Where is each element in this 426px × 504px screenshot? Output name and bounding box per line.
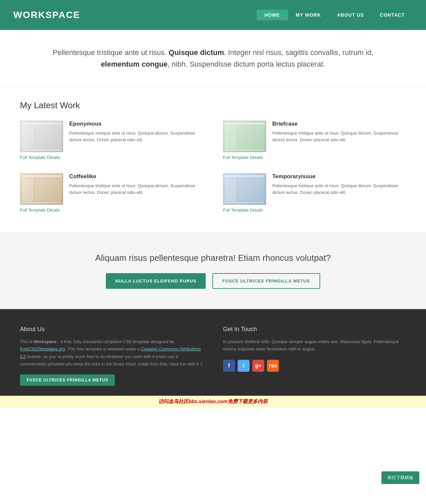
work-link[interactable]: Full Template Details	[20, 208, 203, 213]
header: WORKSPACE HOME MY WORK ABOUT US CONTACT	[0, 0, 426, 30]
footer-contact-text: In posuere eleifend odio. Quisque semper…	[223, 338, 406, 353]
hero-bold2: elementum congue	[101, 60, 167, 68]
hero-text-after2: , nibh. Suspendisse dictum porta lectus …	[168, 60, 325, 68]
work-description: Pellentesque tristique ante ut risus. Qu…	[272, 183, 406, 196]
work-description: Pellentesque tristique ante ut risus. Qu…	[69, 183, 203, 196]
footer-about-mid2: . This free template is released under a	[65, 346, 141, 351]
footer-contact-heading: Get In Touch	[223, 326, 406, 333]
footer-about-btn[interactable]: FUSCE ULTRICES FRINGILLA METUS	[20, 374, 115, 386]
work-link[interactable]: Full Template Details	[20, 155, 203, 160]
work-description: Pellentesque tristique ante ut risus. Qu…	[272, 130, 406, 143]
work-thumbnail	[20, 173, 63, 205]
logo: WORKSPACE	[13, 10, 80, 20]
work-grid: Eponymous Pellentesque tristique ante ut…	[20, 121, 406, 213]
cta-btn-1[interactable]: NULLA LUCTUS ELEIFEND PURUS	[106, 273, 206, 289]
work-item-top: Eponymous Pellentesque tristique ante ut…	[20, 121, 203, 152]
footer-about: About Us This is Workspace , a free, ful…	[20, 326, 203, 385]
social-rss[interactable]: rss	[267, 360, 279, 372]
work-title: Eponymous	[69, 121, 203, 127]
footer-about-prefix: This is	[20, 339, 34, 344]
cta-btn-2[interactable]: FUSCE ULTRICES FRINGILLA METUS	[212, 273, 320, 289]
social-facebook[interactable]: f	[223, 360, 235, 372]
work-item: Coffeelike Pellentesque tristique ante u…	[20, 173, 203, 213]
work-info: Briefcase Pellentesque tristique ante ut…	[272, 121, 406, 143]
footer-contact: Get In Touch In posuere eleifend odio. Q…	[223, 326, 406, 385]
cta-buttons: NULLA LUCTUS ELEIFEND PURUS FUSCE ULTRIC…	[27, 273, 399, 289]
footer-link1[interactable]: FreeCSSTemplates.org	[20, 346, 65, 351]
nav-item-mywork[interactable]: MY WORK	[288, 10, 329, 20]
footer: About Us This is Workspace , a free, ful…	[0, 309, 426, 395]
nav-item-contact[interactable]: CONTACT	[372, 10, 413, 20]
work-title: Coffeelike	[69, 173, 203, 180]
work-info: Eponymous Pellentesque tristique ante ut…	[69, 121, 203, 143]
work-info: Temporaryissue Pellentesque tristique an…	[272, 173, 406, 196]
social-twitter[interactable]: t	[238, 360, 250, 372]
footer-about-heading: About Us	[20, 326, 203, 333]
footer-about-mid: , a free, fully standards-compliant CSS …	[57, 339, 174, 344]
work-link[interactable]: Full Template Details	[223, 155, 406, 160]
work-thumbnail	[223, 121, 266, 152]
work-item-top: Briefcase Pellentesque tristique ante ut…	[223, 121, 406, 152]
hero-text-before1: Pellentesque tristique ante ut risus.	[53, 48, 169, 57]
hero-bold1: Quisque dictum	[169, 48, 224, 57]
social-icons: f t g+ rss	[223, 360, 406, 372]
work-item-top: Temporaryissue Pellentesque tristique an…	[223, 173, 406, 205]
work-item: Briefcase Pellentesque tristique ante ut…	[223, 121, 406, 160]
hero-text: Pellentesque tristique ante ut risus. Qu…	[40, 47, 386, 70]
hero-section: Pellentesque tristique ante ut risus. Qu…	[0, 30, 426, 87]
nav: HOME MY WORK ABOUT US CONTACT	[257, 10, 413, 20]
work-title: Temporaryissue	[272, 173, 406, 180]
work-link[interactable]: Full Template Details	[223, 208, 406, 213]
latest-work-section: My Latest Work Eponymous Pellentesqu	[0, 87, 426, 233]
work-title: Briefcase	[272, 121, 406, 127]
watermark: 访问血鸟社区bbs.xienlao.com免费下载更多内容	[0, 396, 426, 407]
work-item-top: Coffeelike Pellentesque tristique ante u…	[20, 173, 203, 205]
footer-brand: Workspace	[34, 339, 57, 344]
hero-text-after1: . Integer nisl risus, sagittis convallis…	[224, 48, 373, 57]
work-thumbnail	[20, 121, 63, 152]
footer-about-text: This is Workspace , a free, fully standa…	[20, 338, 203, 367]
cta-section: Aliquam risus pellentesque pharetra! Eti…	[0, 233, 426, 309]
footer-grid: About Us This is Workspace , a free, ful…	[20, 326, 406, 385]
work-item: Temporaryissue Pellentesque tristique an…	[223, 173, 406, 213]
work-item: Eponymous Pellentesque tristique ante ut…	[20, 121, 203, 160]
work-description: Pellentesque tristique ante ut risus. Qu…	[69, 130, 203, 143]
work-info: Coffeelike Pellentesque tristique ante u…	[69, 173, 203, 196]
cta-heading: Aliquam risus pellentesque pharetra! Eti…	[27, 253, 399, 263]
nav-item-aboutus[interactable]: ABOUT US	[329, 10, 372, 20]
footer-about-suffix: license, so you’ re pretty much free to …	[20, 354, 202, 366]
latest-work-heading: My Latest Work	[20, 100, 406, 111]
nav-item-home[interactable]: HOME	[257, 10, 288, 20]
social-gplus[interactable]: g+	[252, 360, 264, 372]
work-thumbnail	[223, 173, 266, 205]
